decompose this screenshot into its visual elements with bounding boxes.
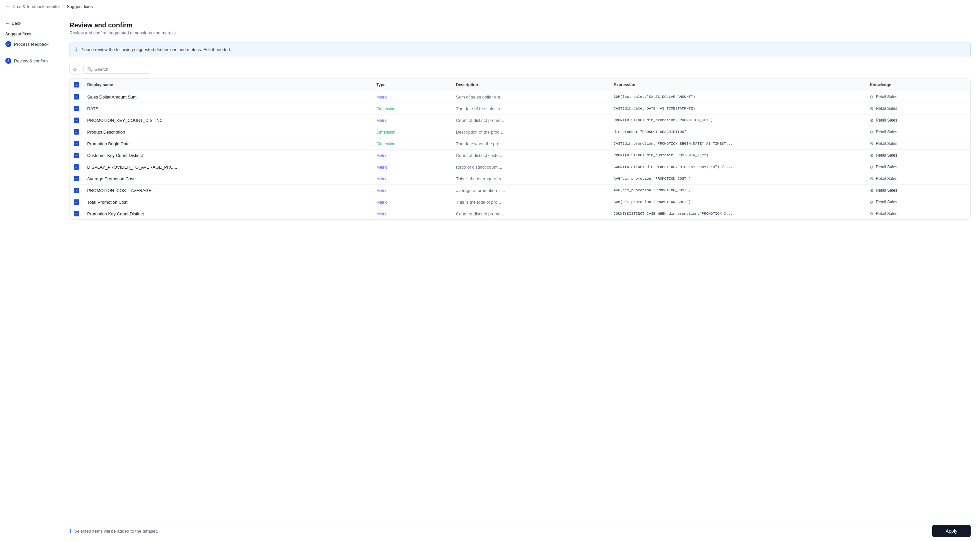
row-expression: SUM(fact_sales."SALES_DOLLAR_AMOUNT") — [609, 91, 866, 103]
select-all-checkbox[interactable]: ✓ — [74, 82, 79, 88]
row-description: This is the average of p... — [452, 173, 609, 185]
row-knowledge: ⚙ Retail Sales — [866, 115, 970, 126]
row-description: The date when the pro... — [452, 138, 609, 150]
row-type: Metric — [372, 161, 452, 173]
checkmark-icon: ✓ — [75, 142, 78, 146]
filter-icon-button[interactable]: ⊘ — [70, 64, 80, 75]
row-checkbox[interactable]: ✓ — [74, 176, 79, 181]
row-checkbox[interactable]: ✓ — [74, 94, 79, 100]
row-knowledge: ⚙ Retail Sales — [866, 185, 970, 196]
footer-info-icon: ℹ — [70, 528, 72, 534]
search-input[interactable] — [94, 67, 146, 72]
knowledge-icon: ⚙ — [870, 176, 874, 181]
row-checkbox-cell[interactable]: ✓ — [70, 115, 83, 126]
row-display-name: Total Promotion Cost — [83, 196, 372, 208]
row-type: Metric — [372, 185, 452, 196]
page-title: Review and confirm — [70, 21, 970, 29]
row-description: Count of distinct promo... — [452, 208, 609, 220]
checkmark-icon: ✓ — [75, 189, 78, 193]
row-checkbox[interactable]: ✓ — [74, 141, 79, 146]
header-checkbox-cell[interactable]: ✓ — [70, 79, 83, 91]
row-expression: CAST(dim_date."DATE" AS TIMESTAMPNTZ) — [609, 103, 866, 115]
row-checkbox-cell[interactable]: ✓ — [70, 208, 83, 220]
row-checkbox[interactable]: ✓ — [74, 153, 79, 158]
row-type: Metric — [372, 196, 452, 208]
table-row: ✓ PROMOTION_COST_AVERAGE Metric average … — [70, 185, 970, 196]
row-type: Metric — [372, 208, 452, 220]
knowledge-icon: ⚙ — [870, 141, 874, 146]
knowledge-icon: ⚙ — [870, 200, 874, 205]
row-knowledge: ⚙ Retail Sales — [866, 173, 970, 185]
step2-num: 2 — [7, 59, 10, 63]
info-circle-icon: ℹ — [75, 46, 77, 53]
checkmark-icon: ✓ — [7, 42, 10, 46]
row-checkbox-cell[interactable]: ✓ — [70, 173, 83, 185]
row-checkbox-cell[interactable]: ✓ — [70, 103, 83, 115]
row-description: The date of the sales tr... — [452, 103, 609, 115]
knowledge-label: Retail Sales — [876, 165, 897, 169]
knowledge-label: Retail Sales — [876, 200, 897, 204]
row-expression: COUNT(DISTINCT dim_customer."CUSTOMER_KE… — [609, 150, 866, 161]
apply-button[interactable]: Apply — [932, 525, 970, 537]
table-row: ✓ Sales Dollar Amount Sum Metric Sum of … — [70, 91, 970, 103]
page-name: Suggest fixes — [67, 4, 93, 9]
table-row: ✓ Customer Key Count Distinct Metric Cou… — [70, 150, 970, 161]
sidebar-item-process-feedback[interactable]: ✓ Process feedback — [0, 39, 60, 49]
info-banner: ℹ Please review the following suggested … — [70, 42, 970, 57]
row-checkbox[interactable]: ✓ — [74, 164, 79, 170]
knowledge-icon: ⚙ — [870, 153, 874, 158]
table-row: ✓ PROMOTION_KEY_COUNT_DISTINCT Metric Co… — [70, 115, 970, 126]
col-header-expression: Expression — [609, 79, 866, 91]
row-expression: AVG(dim_promotion."PROMOTION_COST") — [609, 185, 866, 196]
knowledge-icon: ⚙ — [870, 188, 874, 193]
checkmark-icon: ✓ — [75, 212, 78, 216]
row-checkbox[interactable]: ✓ — [74, 118, 79, 123]
row-display-name: DISPLAY_PROVIDER_TO_AVERAGE_PRO... — [83, 161, 372, 173]
sidebar: ← Back Suggest fixes ✓ Process feedback … — [0, 13, 60, 541]
step2-label: Review & confirm — [14, 59, 48, 64]
row-type: Metric — [372, 91, 452, 103]
row-type: Dimension — [372, 103, 452, 115]
col-header-display-name: Display name — [83, 79, 372, 91]
search-box[interactable]: 🔍 — [83, 65, 150, 74]
footer-info-text: Selected items will be added to the data… — [74, 529, 158, 534]
row-checkbox[interactable]: ✓ — [74, 129, 79, 135]
main-area: Review and confirm Review and confirm su… — [60, 13, 980, 541]
row-checkbox[interactable]: ✓ — [74, 106, 79, 111]
row-description: Description of the prod... — [452, 126, 609, 138]
row-type: Metric — [372, 150, 452, 161]
knowledge-label: Retail Sales — [876, 188, 897, 193]
toolbar: ⊘ 🔍 — [70, 64, 970, 75]
back-button[interactable]: ← Back — [0, 19, 60, 28]
sidebar-item-review-confirm[interactable]: 2 Review & confirm — [0, 56, 60, 66]
knowledge-icon: ⚙ — [870, 118, 874, 123]
row-display-name: Promotion Key Count Distinct — [83, 208, 372, 220]
row-expression: CAST(dim_promotion."PROMOTION_BEGIN_DATE… — [609, 138, 866, 150]
row-display-name: Average Promotion Cost — [83, 173, 372, 185]
search-icon: 🔍 — [87, 67, 92, 72]
row-checkbox[interactable]: ✓ — [74, 199, 79, 205]
row-display-name: DATE — [83, 103, 372, 115]
row-description: Count of distinct custo... — [452, 150, 609, 161]
row-display-name: Promotion Begin Date — [83, 138, 372, 150]
table-row: ✓ Promotion Key Count Distinct Metric Co… — [70, 208, 970, 220]
row-checkbox-cell[interactable]: ✓ — [70, 150, 83, 161]
table-row: ✓ DATE Dimension The date of the sales t… — [70, 103, 970, 115]
row-checkbox[interactable]: ✓ — [74, 211, 79, 216]
row-expression: AVG(dim_promotion."PROMOTION_COST") — [609, 173, 866, 185]
row-checkbox-cell[interactable]: ✓ — [70, 185, 83, 196]
step1-indicator: ✓ — [5, 41, 11, 47]
row-checkbox-cell[interactable]: ✓ — [70, 138, 83, 150]
row-display-name: PROMOTION_COST_AVERAGE — [83, 185, 372, 196]
row-checkbox-cell[interactable]: ✓ — [70, 161, 83, 173]
row-checkbox-cell[interactable]: ✓ — [70, 91, 83, 103]
row-checkbox-cell[interactable]: ✓ — [70, 126, 83, 138]
row-knowledge: ⚙ Retail Sales — [866, 91, 970, 103]
row-checkbox-cell[interactable]: ✓ — [70, 196, 83, 208]
checkmark-icon: ✓ — [75, 200, 78, 204]
checkmark-icon: ✓ — [75, 154, 78, 157]
knowledge-label: Retail Sales — [876, 106, 897, 111]
menu-icon[interactable]: ☰ — [5, 4, 10, 10]
row-checkbox[interactable]: ✓ — [74, 188, 79, 193]
row-knowledge: ⚙ Retail Sales — [866, 103, 970, 115]
